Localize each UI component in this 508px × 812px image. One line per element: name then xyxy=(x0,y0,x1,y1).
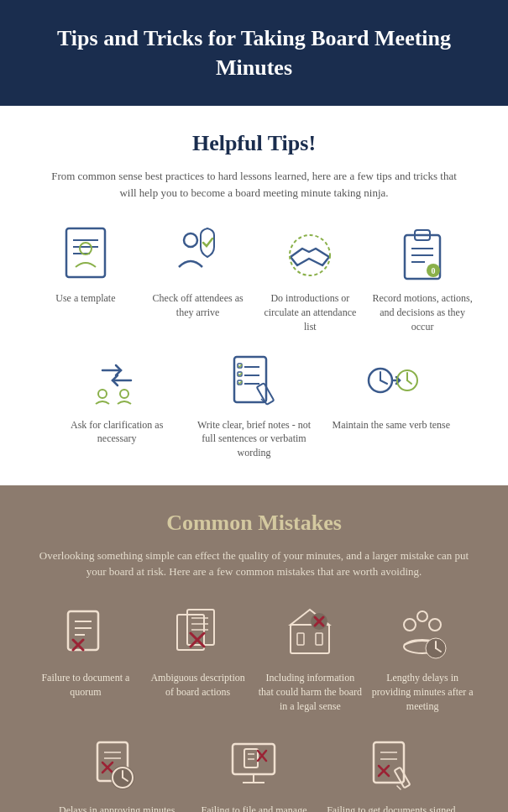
tip-label-2: Do introductions or circulate an attenda… xyxy=(259,291,363,333)
svg-point-6 xyxy=(290,235,330,275)
tips-grid-row1: Use a template Check off attendees as th… xyxy=(34,224,474,333)
mistakes-section: Common Mistakes Overlooking something si… xyxy=(0,485,508,812)
tip-label-4: Ask for clarification as necessary xyxy=(53,418,181,447)
mistakes-grid-row2: Delays in approving minutes from past me… xyxy=(53,736,456,812)
page-title: Tips and Tricks for Taking Board Meeting… xyxy=(34,24,474,82)
mistake-harmful-info: Including information that could harm th… xyxy=(259,604,363,713)
tip-brief-notes: Write clear, brief notes - not full sent… xyxy=(190,351,318,460)
mistake-ambiguous: Ambiguous description of board actions xyxy=(146,604,250,713)
tips-subtitle: From common sense best practices to hard… xyxy=(45,168,464,201)
mistake-quorum: Failure to document a quorum xyxy=(34,604,138,713)
tips-heading: Helpful Tips! xyxy=(34,131,474,156)
clarification-icon xyxy=(87,351,146,410)
svg-rect-73 xyxy=(244,749,258,767)
mistake-signed: Failing to get documents signed so they … xyxy=(327,736,455,812)
tip-label-1: Check off attendees as they arrive xyxy=(146,291,250,320)
quorum-icon xyxy=(56,604,115,663)
svg-point-54 xyxy=(404,619,416,631)
svg-point-16 xyxy=(98,390,107,398)
tip-verb-tense: Maintain the same verb tense xyxy=(327,351,455,460)
svg-rect-47 xyxy=(291,625,329,653)
mistake-label-3: Lengthy delays in providing minutes afte… xyxy=(370,671,474,713)
tip-check-attendees: Check off attendees as they arrive xyxy=(146,224,250,333)
harmful-icon xyxy=(280,604,339,663)
tip-label-0: Use a template xyxy=(55,291,115,306)
svg-rect-50 xyxy=(316,633,322,645)
svg-point-17 xyxy=(120,390,128,398)
svg-rect-34 xyxy=(68,611,98,650)
mistake-file: Failing to file and manage documents xyxy=(190,736,318,812)
mistake-label-2: Including information that could harm th… xyxy=(259,671,363,713)
record-icon: 0 xyxy=(393,224,452,283)
mistake-label-4: Delays in approving minutes from past me… xyxy=(53,804,181,812)
template-icon xyxy=(56,224,115,283)
mistake-delays: Lengthy delays in providing minutes afte… xyxy=(370,604,474,713)
ambiguous-icon xyxy=(169,604,228,663)
svg-point-55 xyxy=(429,619,441,631)
tip-label-6: Maintain the same verb tense xyxy=(333,418,451,432)
verb-tense-icon xyxy=(362,351,421,410)
notes-icon xyxy=(224,351,283,410)
svg-line-29 xyxy=(380,380,387,384)
attendees-icon xyxy=(169,224,228,283)
mistakes-heading: Common Mistakes xyxy=(34,511,474,536)
mistake-approving: Delays in approving minutes from past me… xyxy=(53,736,181,812)
mistake-label-1: Ambiguous description of board actions xyxy=(146,671,250,699)
svg-text:0: 0 xyxy=(432,266,436,275)
tip-record-motions: 0 Record motions, actions, and decisions… xyxy=(370,224,474,333)
tip-introductions: Do introductions or circulate an attenda… xyxy=(259,224,363,333)
signed-icon xyxy=(362,736,421,795)
tip-label-3: Record motions, actions, and decisions a… xyxy=(370,291,474,333)
approving-icon xyxy=(87,736,146,795)
mistakes-grid-row1: Failure to document a quorum Ambiguous d… xyxy=(34,604,474,713)
file-icon xyxy=(224,736,283,795)
mistake-label-6: Failing to get documents signed so they … xyxy=(327,804,455,812)
tip-use-template: Use a template xyxy=(34,224,138,333)
mistake-label-0: Failure to document a quorum xyxy=(34,671,138,699)
delays-icon xyxy=(393,604,452,663)
svg-point-56 xyxy=(417,611,427,621)
svg-line-33 xyxy=(407,380,411,384)
page-header: Tips and Tricks for Taking Board Meeting… xyxy=(0,0,508,106)
svg-point-4 xyxy=(80,243,92,254)
tip-label-5: Write clear, brief notes - not full sent… xyxy=(190,418,318,460)
introductions-icon xyxy=(280,224,339,283)
svg-line-84 xyxy=(397,786,401,789)
svg-rect-49 xyxy=(297,633,304,645)
tips-section: Helpful Tips! From common sense best pra… xyxy=(0,106,508,485)
tips-grid-row2: Ask for clarification as necessary xyxy=(53,351,456,460)
mistakes-subtitle: Overlooking something simple can effect … xyxy=(36,547,473,580)
tip-clarification: Ask for clarification as necessary xyxy=(53,351,181,460)
svg-point-5 xyxy=(184,233,197,247)
svg-rect-83 xyxy=(394,767,410,788)
mistake-label-5: Failing to file and manage documents xyxy=(190,804,318,812)
